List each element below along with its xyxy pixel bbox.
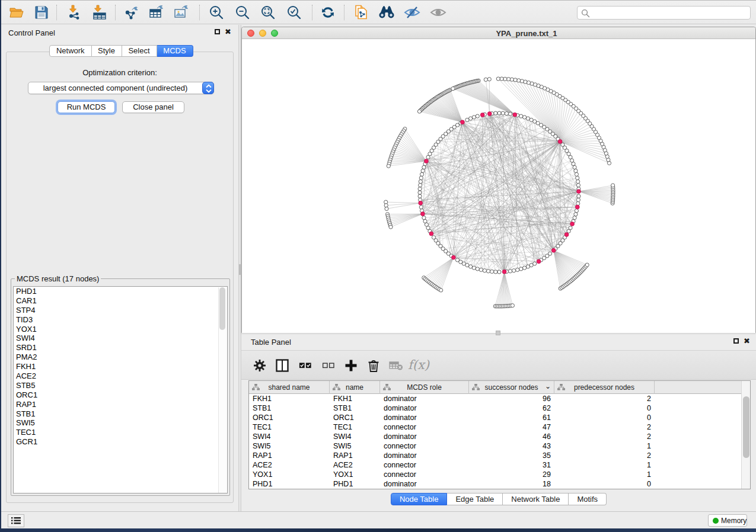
column-header-empty[interactable]: [655, 381, 742, 394]
import-network-icon[interactable]: [67, 5, 82, 20]
table-cell: [655, 460, 742, 470]
tab-motifs[interactable]: Motifs: [569, 493, 607, 505]
column-header-successor-nodes[interactable]: successor nodes⌄: [469, 381, 554, 394]
close-panel-icon[interactable]: ✖: [744, 338, 750, 344]
table-cell: dominator: [380, 394, 469, 403]
mcds-result-item[interactable]: STB5: [14, 381, 227, 390]
node-table-header: shared namenameMCDS rolesuccessor nodes⌄…: [249, 381, 742, 394]
mcds-result-item[interactable]: GCR1: [14, 437, 227, 447]
float-panel-icon[interactable]: [215, 29, 220, 34]
add-column-icon[interactable]: [344, 359, 358, 372]
table-row[interactable]: ORC1ORC1dominator610: [249, 413, 742, 422]
table-cell: 35: [469, 451, 554, 460]
delete-table-icon[interactable]: [389, 359, 402, 372]
memory-button[interactable]: Memory: [708, 514, 747, 527]
mcds-result-item[interactable]: ACE2: [14, 371, 227, 381]
table-cell: connector: [380, 422, 469, 432]
tab-mcds[interactable]: MCDS: [157, 45, 193, 57]
select-all-icon[interactable]: [299, 359, 312, 372]
table-cell: FKH1: [330, 394, 380, 403]
mcds-result-item[interactable]: PHD1: [14, 287, 227, 296]
export-table-icon[interactable]: [149, 5, 164, 20]
table-toolbar: f(x): [241, 350, 756, 380]
mcds-result-group: MCDS result (17 nodes) PHD1CAR1STP4TID3Y…: [11, 278, 230, 496]
clone-network-icon[interactable]: [353, 5, 369, 20]
zoom-out-icon[interactable]: [235, 5, 250, 20]
table-row[interactable]: SWI4SWI4dominator462: [249, 432, 742, 441]
horizontal-splitter-handle[interactable]: [496, 331, 500, 335]
tab-network-table[interactable]: Network Table: [503, 493, 569, 505]
close-window-icon[interactable]: [247, 30, 254, 37]
function-builder-icon[interactable]: f(x): [408, 358, 429, 372]
mcds-result-list[interactable]: PHD1CAR1STP4TID3YOX1SWI4SRD1PMA2FKH1ACE2…: [13, 286, 228, 493]
table-row[interactable]: TEC1TEC1connector472: [249, 422, 742, 432]
zoom-selected-icon[interactable]: [286, 5, 302, 20]
tab-select[interactable]: Select: [122, 45, 157, 57]
mcds-result-item[interactable]: CAR1: [14, 296, 227, 306]
column-header-name[interactable]: name: [330, 381, 380, 394]
delete-column-icon[interactable]: [367, 359, 380, 372]
table-row[interactable]: ACE2ACE2connector311: [249, 460, 742, 470]
network-view-titlebar[interactable]: YPA_prune.txt_1: [242, 27, 755, 39]
task-history-button[interactable]: [8, 514, 24, 527]
table-cell: [655, 451, 742, 460]
show-all-icon[interactable]: [430, 5, 445, 20]
table-cell: TEC1: [249, 422, 330, 432]
mcds-result-item[interactable]: TEC1: [14, 428, 227, 437]
mcds-result-item[interactable]: RAP1: [14, 400, 227, 409]
mcds-result-item[interactable]: TID3: [14, 315, 227, 325]
tab-node-table[interactable]: Node Table: [391, 493, 448, 505]
close-panel-button[interactable]: Close panel: [122, 101, 184, 113]
mcds-result-item[interactable]: PMA2: [14, 352, 227, 362]
table-cell: SWI5: [330, 441, 380, 451]
zoom-in-icon[interactable]: [209, 5, 224, 20]
criterion-dropdown-value: largest connected component (undirected): [28, 82, 202, 94]
float-panel-icon[interactable]: [733, 338, 739, 344]
mcds-result-item[interactable]: YOX1: [14, 325, 227, 334]
column-header-MCDS-role[interactable]: MCDS role: [380, 381, 469, 394]
open-session-icon[interactable]: [9, 5, 24, 20]
apply-layout-icon[interactable]: [320, 5, 336, 20]
mcds-result-item[interactable]: STB1: [14, 409, 227, 419]
criterion-dropdown[interactable]: largest connected component (undirected): [28, 82, 214, 94]
table-cell: 2: [554, 422, 655, 432]
table-row[interactable]: STB1STB1dominator620: [249, 403, 742, 413]
column-header-shared-name[interactable]: shared name: [249, 381, 330, 394]
mcds-result-item[interactable]: SWI4: [14, 334, 227, 343]
network-search-input[interactable]: [577, 6, 751, 20]
tab-style[interactable]: Style: [92, 45, 122, 57]
search-icon: [581, 9, 590, 18]
tab-network[interactable]: Network: [49, 45, 92, 57]
settings-icon[interactable]: [253, 359, 266, 372]
mcds-result-item[interactable]: STP4: [14, 306, 227, 315]
mcds-list-scrollbar[interactable]: [218, 287, 227, 493]
split-panel-icon[interactable]: [276, 359, 289, 372]
search-network-icon[interactable]: [378, 5, 393, 20]
deselect-all-icon[interactable]: [322, 359, 335, 372]
table-row[interactable]: SWI5SWI5connector431: [249, 441, 742, 451]
save-session-icon[interactable]: [34, 5, 49, 20]
table-row[interactable]: PHD1PHD1dominator180: [249, 479, 742, 489]
import-table-icon[interactable]: [92, 5, 107, 20]
column-header-predecessor-nodes[interactable]: predecessor nodes: [554, 381, 655, 394]
mcds-result-item[interactable]: SRD1: [14, 343, 227, 352]
export-image-icon[interactable]: [174, 5, 189, 20]
run-mcds-button[interactable]: Run MCDS: [58, 101, 115, 113]
table-cell: ACE2: [249, 460, 330, 470]
minimize-window-icon[interactable]: [259, 30, 266, 37]
mcds-result-item[interactable]: SWI5: [14, 418, 227, 428]
zoom-fit-icon[interactable]: [260, 5, 276, 20]
network-canvas[interactable]: [242, 40, 755, 333]
table-row[interactable]: RAP1RAP1dominator352: [249, 451, 742, 460]
mcds-result-item[interactable]: ORC1: [14, 390, 227, 400]
hide-selected-icon[interactable]: [404, 5, 419, 20]
table-cell: ACE2: [330, 460, 380, 470]
table-row[interactable]: YOX1YOX1connector291: [249, 470, 742, 479]
tab-edge-table[interactable]: Edge Table: [447, 493, 503, 505]
close-panel-icon[interactable]: ✖: [225, 28, 231, 35]
export-network-icon[interactable]: [124, 5, 139, 20]
table-scrollbar[interactable]: [741, 381, 750, 489]
mcds-result-item[interactable]: FKH1: [14, 362, 227, 371]
table-row[interactable]: FKH1FKH1dominator962: [249, 394, 742, 403]
table-cell: [655, 394, 742, 403]
